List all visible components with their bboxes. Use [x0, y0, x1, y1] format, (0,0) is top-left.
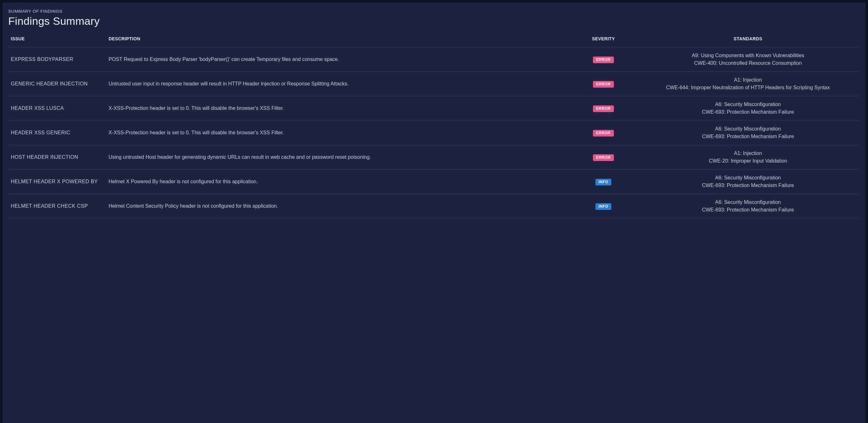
col-header-issue[interactable]: ISSUE	[8, 33, 106, 47]
standards-line: A6: Security Misconfiguration	[640, 125, 856, 133]
standards-cell: A6: Security MisconfigurationCWE-693: Pr…	[638, 96, 859, 121]
table-row[interactable]: HEADER XSS LUSCAX-XSS-Protection header …	[8, 96, 859, 121]
issue-cell: HEADER XSS LUSCA	[8, 96, 106, 121]
standards-cell: A1: InjectionCWE-644: Improper Neutraliz…	[638, 72, 859, 96]
standards-line: CWE-693: Protection Mechanism Failure	[640, 182, 856, 189]
description-cell: POST Request to Express Body Parser 'bod…	[106, 47, 569, 72]
standards-line: CWE-20: Improper Input Validation	[640, 157, 856, 165]
severity-cell: ERROR	[569, 96, 638, 121]
col-header-severity[interactable]: SEVERITY	[569, 33, 638, 47]
col-header-standards[interactable]: STANDARDS	[638, 33, 859, 47]
standards-line: A1: Injection	[640, 149, 856, 157]
findings-scroll-area[interactable]: ISSUE DESCRIPTION SEVERITY STANDARDS EXP…	[8, 33, 860, 423]
description-cell: X-XSS-Protection header is set to 0. Thi…	[106, 121, 569, 145]
table-row[interactable]: EXPRESS BODYPARSERPOST Request to Expres…	[8, 47, 859, 72]
description-cell: Untrusted user input in response header …	[106, 72, 569, 96]
table-row[interactable]: HOST HEADER INJECTIONUsing untrusted Hos…	[8, 145, 859, 170]
issue-cell: GENERIC HEADER INJECTION	[8, 72, 106, 96]
severity-cell: ERROR	[569, 47, 638, 72]
severity-badge: ERROR	[593, 130, 614, 137]
description-cell: Helmet X Powered By header is not config…	[106, 170, 569, 194]
severity-cell: INFO	[569, 170, 638, 194]
severity-cell: ERROR	[569, 145, 638, 170]
standards-line: CWE-400: Uncontrolled Resource Consumpti…	[640, 59, 856, 67]
severity-cell: ERROR	[569, 121, 638, 145]
description-cell: X-XSS-Protection header is set to 0. Thi…	[106, 96, 569, 121]
issue-cell: HEADER XSS GENERIC	[8, 121, 106, 145]
standards-cell: A1: InjectionCWE-20: Improper Input Vali…	[638, 145, 859, 170]
standards-line: CWE-693: Protection Mechanism Failure	[640, 206, 856, 214]
issue-cell: HELMET HEADER CHECK CSP	[8, 194, 106, 219]
severity-badge: ERROR	[593, 81, 614, 88]
severity-badge: ERROR	[593, 154, 614, 161]
severity-badge: INFO	[595, 179, 612, 186]
standards-line: A6: Security Misconfiguration	[640, 101, 856, 108]
standards-line: A6: Security Misconfiguration	[640, 174, 856, 182]
issue-cell: EXPRESS BODYPARSER	[8, 47, 106, 72]
severity-badge: ERROR	[593, 57, 614, 63]
standards-line: CWE-644: Improper Neutralization of HTTP…	[640, 84, 856, 91]
issue-cell: HOST HEADER INJECTION	[8, 145, 106, 170]
findings-header-row: ISSUE DESCRIPTION SEVERITY STANDARDS	[8, 33, 859, 47]
standards-line: A9: Using Components with Known Vulnerab…	[640, 52, 856, 59]
standards-line: A1: Injection	[640, 76, 856, 84]
severity-badge: ERROR	[593, 106, 614, 112]
breadcrumb: SUMMARY OF FINDINGS	[8, 9, 860, 13]
standards-line: CWE-693: Protection Mechanism Failure	[640, 133, 856, 140]
severity-cell: INFO	[569, 194, 638, 219]
description-cell: Using untrusted Host header for generati…	[106, 145, 569, 170]
col-header-description[interactable]: DESCRIPTION	[106, 33, 569, 47]
standards-cell: A9: Using Components with Known Vulnerab…	[638, 47, 859, 72]
page-title: Findings Summary	[8, 15, 860, 27]
table-row[interactable]: HEADER XSS GENERICX-XSS-Protection heade…	[8, 121, 859, 145]
severity-cell: ERROR	[569, 72, 638, 96]
standards-line: CWE-693: Protection Mechanism Failure	[640, 108, 856, 116]
table-row[interactable]: HELMET HEADER X POWERED BYHelmet X Power…	[8, 170, 859, 194]
table-row[interactable]: GENERIC HEADER INJECTIONUntrusted user i…	[8, 72, 859, 96]
description-cell: Helmet Content Security Policy header is…	[106, 194, 569, 219]
table-row[interactable]: HELMET HEADER CHECK CSPHelmet Content Se…	[8, 194, 859, 219]
standards-cell: A6: Security MisconfigurationCWE-693: Pr…	[638, 194, 859, 219]
standards-line: A6: Security Misconfiguration	[640, 198, 856, 206]
standards-cell: A6: Security MisconfigurationCWE-693: Pr…	[638, 170, 859, 194]
issue-cell: HELMET HEADER X POWERED BY	[8, 170, 106, 194]
findings-panel: SUMMARY OF FINDINGS Findings Summary ISS…	[3, 3, 865, 423]
standards-cell: A6: Security MisconfigurationCWE-693: Pr…	[638, 121, 859, 145]
severity-badge: INFO	[595, 203, 612, 210]
findings-table: ISSUE DESCRIPTION SEVERITY STANDARDS EXP…	[8, 33, 859, 219]
